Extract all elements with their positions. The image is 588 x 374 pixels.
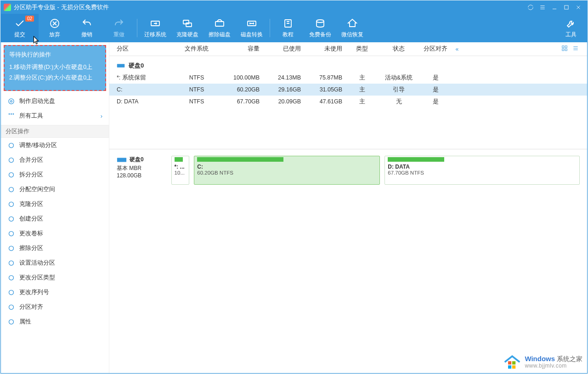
clone-button[interactable]: 克隆硬盘 bbox=[171, 14, 204, 42]
sidebar-op-item[interactable]: 调整/移动分区 bbox=[1, 138, 109, 153]
op-icon bbox=[7, 318, 15, 325]
titlebar: 分区助手专业版 - 无损分区免费软件 bbox=[1, 1, 587, 14]
svg-rect-13 bbox=[12, 113, 14, 114]
svg-point-16 bbox=[9, 172, 13, 177]
refresh-icon[interactable] bbox=[525, 1, 537, 13]
sidebar-item-boot-disc[interactable]: 制作启动光盘 bbox=[1, 94, 109, 108]
more-columns-icon[interactable]: « bbox=[452, 46, 463, 52]
tutorial-button[interactable]: 教程 bbox=[272, 14, 304, 42]
toolbar: 02 提交 放弃 撤销 重做 迁移系统 克隆硬盘 擦除磁盘 磁盘转换 教程 免费… bbox=[1, 14, 587, 42]
table-row[interactable]: D: DATANTFS67.70GB20.09GB47.61GB主无是 bbox=[109, 96, 587, 108]
cursor-icon bbox=[33, 36, 40, 45]
col-align[interactable]: 分区对齐 bbox=[419, 45, 452, 53]
sidebar-op-item[interactable]: 分配空闲空间 bbox=[1, 182, 109, 197]
redo-button[interactable]: 重做 bbox=[103, 14, 135, 42]
pending-item[interactable]: 1.移动并调整(D:)大小在硬盘0上 bbox=[9, 63, 101, 71]
col-partition[interactable]: 分区 bbox=[109, 45, 176, 53]
svg-point-22 bbox=[9, 261, 13, 265]
svg-point-8 bbox=[317, 20, 324, 23]
close-icon[interactable] bbox=[572, 1, 584, 13]
view-list-icon[interactable] bbox=[572, 45, 583, 53]
pending-operations: 等待执行的操作 1.移动并调整(D:)大小在硬盘0上 2.调整分区(C:)的大小… bbox=[4, 45, 106, 91]
op-icon bbox=[7, 303, 15, 311]
sidebar-item-all-tools[interactable]: 所有工具› bbox=[1, 108, 109, 123]
minimize-icon[interactable] bbox=[548, 1, 560, 13]
col-filesystem[interactable]: 文件系统 bbox=[176, 45, 217, 53]
window-title: 分区助手专业版 - 无损分区免费软件 bbox=[14, 3, 525, 11]
svg-rect-28 bbox=[565, 46, 567, 48]
sidebar-op-item[interactable]: 属性 bbox=[1, 314, 109, 329]
chevron-right-icon: › bbox=[101, 113, 102, 119]
svg-point-10 bbox=[10, 100, 12, 102]
col-type[interactable]: 类型 bbox=[346, 45, 378, 53]
svg-point-15 bbox=[9, 158, 13, 162]
column-header: 分区 文件系统 容量 已使用 未使用 类型 状态 分区对齐 « bbox=[109, 42, 587, 56]
view-grid-icon[interactable] bbox=[561, 45, 572, 53]
watermark-logo-icon bbox=[503, 354, 522, 370]
maximize-icon[interactable] bbox=[560, 1, 572, 13]
svg-point-25 bbox=[9, 305, 13, 309]
svg-point-26 bbox=[9, 319, 13, 324]
sidebar-op-item[interactable]: 更改卷标 bbox=[1, 226, 109, 241]
disk-summary[interactable]: 硬盘0 基本 MBR 128.00GB bbox=[117, 156, 167, 185]
svg-rect-11 bbox=[8, 113, 10, 114]
body: 等待执行的操作 1.移动并调整(D:)大小在硬盘0上 2.调整分区(C:)的大小… bbox=[1, 42, 587, 373]
pending-title: 等待执行的操作 bbox=[9, 51, 101, 59]
sidebar-op-item[interactable]: 更改分区类型 bbox=[1, 270, 109, 285]
partition-bar-d[interactable]: D: DATA67.70GB NTFS bbox=[384, 156, 580, 185]
svg-point-21 bbox=[9, 246, 13, 250]
svg-point-9 bbox=[8, 98, 13, 103]
undo-button[interactable]: 撤销 bbox=[71, 14, 103, 42]
sidebar-op-item[interactable]: 更改序列号 bbox=[1, 285, 109, 300]
sidebar-op-item[interactable]: 分区对齐 bbox=[1, 300, 109, 314]
backup-button[interactable]: 免费备份 bbox=[304, 14, 336, 42]
disk-header[interactable]: 硬盘0 bbox=[109, 56, 587, 72]
svg-rect-12 bbox=[11, 113, 12, 114]
svg-point-18 bbox=[9, 202, 13, 206]
convert-button[interactable]: 磁盘转换 bbox=[236, 14, 268, 42]
disc-icon bbox=[7, 97, 15, 105]
svg-point-17 bbox=[9, 187, 13, 192]
svg-point-24 bbox=[9, 290, 13, 295]
table-row[interactable]: *: 系统保留NTFS100.00MB24.13MB75.87MB主活动&系统是 bbox=[109, 72, 587, 84]
svg-point-14 bbox=[9, 143, 13, 147]
col-capacity[interactable]: 容量 bbox=[217, 45, 263, 53]
sidebar-op-item[interactable]: 创建分区 bbox=[1, 211, 109, 226]
app-window: 分区助手专业版 - 无损分区免费软件 02 提交 放弃 撤销 重做 迁移系统 克… bbox=[0, 0, 588, 374]
op-icon bbox=[7, 274, 15, 281]
sidebar-op-item[interactable]: 合并分区 bbox=[1, 153, 109, 167]
wipe-button[interactable]: 擦除磁盘 bbox=[204, 14, 236, 42]
op-icon bbox=[7, 215, 15, 222]
col-free[interactable]: 未使用 bbox=[305, 45, 346, 53]
op-icon bbox=[7, 186, 15, 193]
sidebar-op-item[interactable]: 拆分分区 bbox=[1, 167, 109, 182]
op-icon bbox=[7, 244, 15, 252]
svg-rect-0 bbox=[565, 6, 568, 9]
tools-button[interactable]: 工具 bbox=[555, 14, 587, 42]
svg-rect-33 bbox=[508, 361, 511, 364]
discard-button[interactable]: 放弃 bbox=[39, 14, 71, 42]
op-icon bbox=[7, 230, 15, 237]
main: 分区 文件系统 容量 已使用 未使用 类型 状态 分区对齐 « 硬盘0 *: 系… bbox=[109, 42, 587, 373]
commit-badge: 02 bbox=[25, 16, 34, 22]
commit-button[interactable]: 02 提交 bbox=[1, 14, 39, 42]
op-icon bbox=[7, 142, 15, 149]
sidebar-section-header: 分区操作 bbox=[1, 125, 109, 138]
pending-item[interactable]: 2.调整分区(C:)的大小在硬盘0上 bbox=[9, 74, 101, 82]
col-status[interactable]: 状态 bbox=[378, 45, 419, 53]
sidebar-op-item[interactable]: 克隆分区 bbox=[1, 197, 109, 211]
wechat-button[interactable]: 微信恢复 bbox=[336, 14, 368, 42]
svg-rect-35 bbox=[508, 365, 511, 368]
partition-bar-c[interactable]: C:60.20GB NTFS bbox=[194, 156, 380, 185]
sidebar-op-item[interactable]: 设置活动分区 bbox=[1, 255, 109, 270]
col-used[interactable]: 已使用 bbox=[263, 45, 305, 53]
svg-rect-31 bbox=[117, 64, 125, 68]
partition-bar-reserved[interactable]: *: ...10... bbox=[171, 156, 190, 185]
disk-visual: 硬盘0 基本 MBR 128.00GB *: ...10... C:60.20G… bbox=[109, 149, 587, 191]
sidebar-op-item[interactable]: 擦除分区 bbox=[1, 241, 109, 255]
table-row[interactable]: C:NTFS60.20GB29.16GB31.05GB主引导是 bbox=[109, 84, 587, 96]
svg-point-20 bbox=[9, 231, 13, 236]
migrate-button[interactable]: 迁移系统 bbox=[139, 14, 171, 42]
svg-rect-34 bbox=[512, 361, 515, 364]
menu-icon[interactable] bbox=[537, 1, 548, 13]
